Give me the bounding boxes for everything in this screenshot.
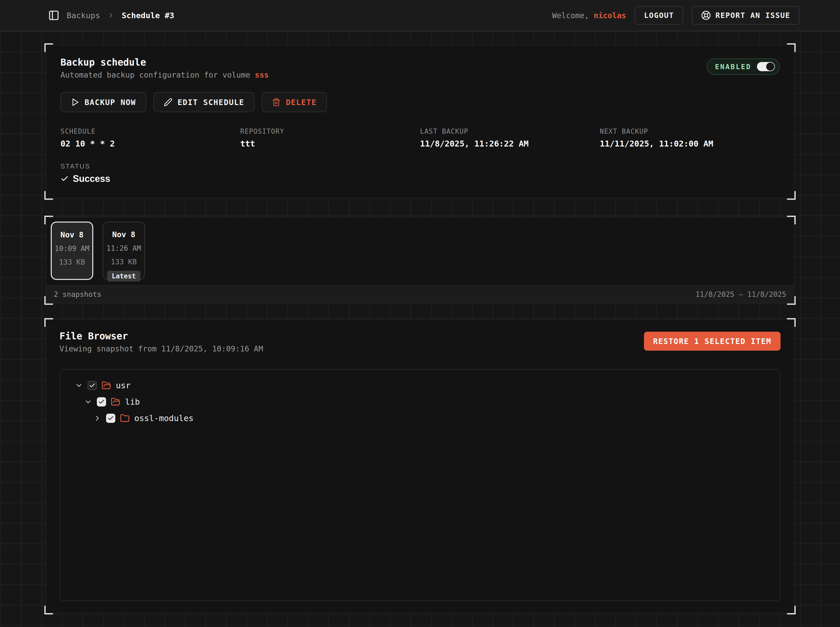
schedule-actions: BACKUP NOW EDIT SCHEDULE DELETE: [60, 92, 780, 112]
edit-schedule-label: EDIT SCHEDULE: [178, 98, 245, 107]
status-value: Success: [60, 173, 780, 184]
file-browser-title: File Browser: [60, 331, 263, 342]
field-repository: REPOSITORY ttt: [240, 128, 420, 148]
breadcrumb: Backups Schedule #3: [48, 10, 174, 21]
snapshot-footer: 2 snapshots 11/8/2025 – 11/8/2025: [46, 285, 794, 303]
play-icon: [71, 98, 79, 107]
top-bar-right: Welcome, nicolas LOGOUT REPORT AN ISSUE: [552, 6, 799, 25]
field-value: 02 10 * * 2: [60, 139, 240, 148]
file-browser-heading: File Browser Viewing snapshot from 11/8/…: [60, 331, 263, 353]
backup-app-page: Backups Schedule #3 Welcome, nicolas LOG…: [0, 0, 840, 627]
chevron-right-icon[interactable]: [93, 414, 101, 422]
delete-label: DELETE: [286, 98, 316, 107]
top-bar: Backups Schedule #3 Welcome, nicolas LOG…: [0, 0, 840, 31]
snapshot-date-range: 11/8/2025 – 11/8/2025: [695, 290, 786, 299]
backup-now-button[interactable]: BACKUP NOW: [60, 92, 146, 112]
subtitle-prefix: Automated backup configuration for volum…: [60, 71, 255, 79]
checkbox-ossl-modules[interactable]: [106, 414, 115, 423]
file-browser-subtitle: Viewing snapshot from 11/8/2025, 10:09:1…: [60, 344, 263, 353]
schedule-card-heading: Backup schedule Automated backup configu…: [60, 57, 269, 79]
tree-row-lib[interactable]: lib: [66, 394, 774, 410]
tree-row-usr[interactable]: usr: [66, 377, 774, 394]
folder-icon: [120, 413, 129, 423]
welcome-text: Welcome, nicolas: [552, 11, 626, 20]
field-label: NEXT BACKUP: [600, 128, 780, 135]
latest-badge: Latest: [107, 271, 141, 282]
field-value: 11/11/2025, 11:02:00 AM: [600, 139, 780, 148]
field-label: SCHEDULE: [60, 128, 240, 135]
folder-open-icon: [111, 397, 120, 407]
lifebuoy-icon: [701, 11, 711, 20]
tree-label: usr: [116, 381, 131, 390]
chevron-down-icon[interactable]: [75, 381, 83, 389]
report-issue-button[interactable]: REPORT AN ISSUE: [692, 6, 799, 25]
snapshot-size: 133 KB: [59, 258, 85, 266]
check-icon: [60, 175, 69, 183]
breadcrumb-backups-link[interactable]: Backups: [66, 11, 100, 20]
toggle-knob: [766, 63, 774, 71]
snapshot-time: 10:09 AM: [55, 244, 90, 253]
snapshot-time: 11:26 AM: [107, 244, 141, 252]
file-tree: usr lib: [60, 369, 780, 601]
logout-button[interactable]: LOGOUT: [635, 6, 683, 25]
schedule-fields: SCHEDULE 02 10 * * 2 REPOSITORY ttt LAST…: [60, 128, 780, 148]
volume-name: sss: [255, 71, 269, 79]
tree-row-ossl-modules[interactable]: ossl-modules: [66, 410, 774, 427]
field-last-backup: LAST BACKUP 11/8/2025, 11:26:22 AM: [420, 128, 600, 148]
pencil-icon: [164, 98, 172, 107]
panel-left-icon: [48, 10, 60, 21]
delete-button[interactable]: DELETE: [262, 92, 327, 112]
snapshot-card-selected[interactable]: Nov 8 10:09 AM 133 KB: [51, 222, 93, 280]
chevron-down-icon[interactable]: [84, 398, 92, 406]
checkbox-lib[interactable]: [97, 397, 106, 406]
edit-schedule-button[interactable]: EDIT SCHEDULE: [153, 92, 255, 112]
snapshot-size: 133 KB: [111, 258, 137, 266]
enabled-label: ENABLED: [715, 63, 752, 71]
username: nicolas: [594, 11, 626, 20]
field-label: LAST BACKUP: [420, 128, 600, 135]
schedule-card-subtitle: Automated backup configuration for volum…: [60, 71, 269, 79]
restore-selected-button[interactable]: RESTORE 1 SELECTED ITEM: [644, 332, 780, 351]
trash-icon: [272, 98, 281, 107]
field-value: ttt: [240, 139, 420, 148]
field-label: REPOSITORY: [240, 128, 420, 135]
schedule-card-title: Backup schedule: [60, 57, 269, 68]
tree-label: lib: [125, 397, 140, 407]
field-value: 11/8/2025, 11:26:22 AM: [420, 139, 600, 148]
tree-label: ossl-modules: [134, 413, 193, 423]
sidebar-toggle-button[interactable]: [48, 10, 60, 21]
field-schedule: SCHEDULE 02 10 * * 2: [60, 128, 240, 148]
breadcrumb-current-page: Schedule #3: [122, 11, 174, 20]
checkbox-usr[interactable]: [88, 381, 97, 390]
status-block: STATUS Success: [60, 162, 780, 184]
backup-now-label: BACKUP NOW: [85, 98, 136, 107]
field-next-backup: NEXT BACKUP 11/11/2025, 11:02:00 AM: [600, 128, 780, 148]
status-text: Success: [73, 173, 110, 184]
logout-label: LOGOUT: [644, 11, 674, 20]
snapshot-card[interactable]: Nov 8 11:26 AM 133 KB Latest: [103, 222, 145, 280]
toggle-switch[interactable]: [757, 62, 775, 71]
snapshot-list: Nov 8 10:09 AM 133 KB Nov 8 11:26 AM 133…: [46, 217, 794, 285]
file-browser-section: File Browser Viewing snapshot from 11/8/…: [46, 320, 794, 613]
chevron-right-icon: [107, 12, 115, 19]
snapshot-count: 2 snapshots: [54, 290, 101, 299]
backup-schedule-section: Backup schedule Automated backup configu…: [46, 44, 794, 198]
welcome-prefix: Welcome,: [552, 11, 594, 20]
folder-open-icon: [101, 381, 111, 390]
status-label: STATUS: [60, 162, 780, 170]
enabled-toggle[interactable]: ENABLED: [707, 58, 780, 75]
snapshot-date: Nov 8: [112, 230, 135, 239]
snapshot-timeline-section: Nov 8 10:09 AM 133 KB Nov 8 11:26 AM 133…: [46, 217, 794, 304]
snapshot-date: Nov 8: [60, 230, 84, 239]
report-issue-label: REPORT AN ISSUE: [715, 11, 790, 20]
